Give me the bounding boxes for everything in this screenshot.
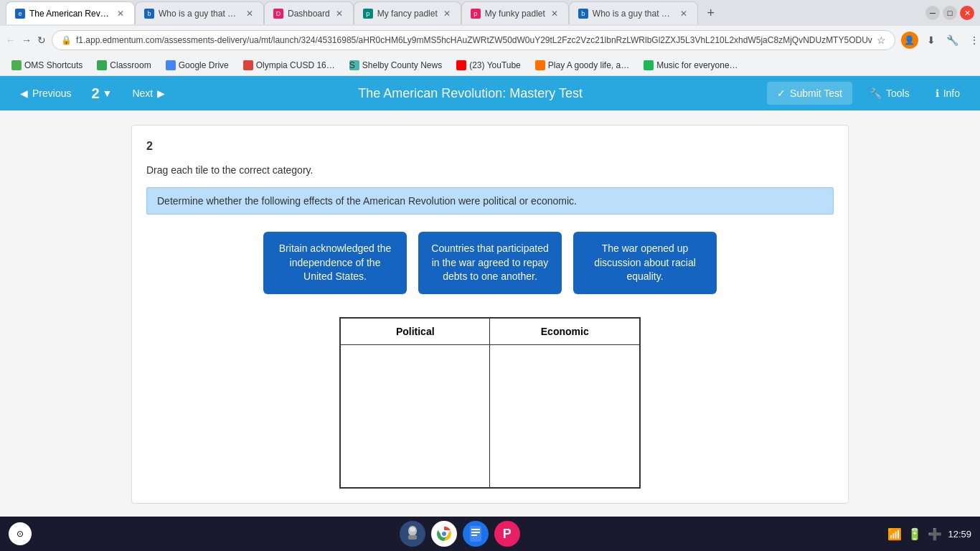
previous-button[interactable]: ◀ Previous: [11, 83, 80, 103]
tab-title-6: Who is a guy that has B…: [593, 9, 674, 19]
tab-fancy-padlet[interactable]: p My fancy padlet ✕: [354, 1, 461, 24]
check-circle-icon: ✓: [777, 88, 786, 99]
url-text: f1.app.edmentum.com/assessments-delivery…: [76, 35, 872, 45]
previous-label: Previous: [32, 88, 71, 99]
question-card: 2 Drag each tile to the correct category…: [131, 125, 849, 504]
bookmark-classroom[interactable]: Classroom: [91, 59, 156, 72]
chevron-right-icon: ▶: [157, 88, 165, 99]
bookmark-favicon-goody: [535, 60, 545, 70]
toolbar-right-section: ✓ Submit Test 🔧 Tools ℹ Info: [767, 82, 969, 105]
bookmarks-bar: OMS Shortcuts Classroom Google Drive Oly…: [0, 55, 980, 76]
back-button[interactable]: ←: [6, 30, 16, 50]
lock-icon: 🔒: [61, 35, 72, 45]
bookmark-music[interactable]: Music for everyone…: [638, 59, 743, 72]
taskbar-network-icon[interactable]: 📶: [887, 527, 902, 541]
tab-who-is-a-guy-2[interactable]: b Who is a guy that has B… ✕: [569, 1, 698, 24]
political-drop-zone[interactable]: [340, 344, 490, 488]
tab-funky-padlet[interactable]: p My funky padlet ✕: [461, 1, 569, 24]
extension-icon-1[interactable]: ⬇: [923, 32, 940, 49]
tab-close-1[interactable]: ✕: [116, 7, 126, 20]
svg-rect-7: [471, 529, 480, 530]
tile-britain[interactable]: Britain acknowledged the independence of…: [263, 232, 407, 294]
tab-who-is-a-guy-1[interactable]: b Who is a guy that has B… ✕: [135, 1, 264, 24]
next-button[interactable]: Next ▶: [123, 83, 174, 103]
bookmark-oms-shortcuts[interactable]: OMS Shortcuts: [6, 59, 88, 72]
taskbar-app-chrome[interactable]: [431, 521, 457, 547]
tab-close-4[interactable]: ✕: [442, 7, 452, 20]
tiles-container: Britain acknowledged the independence of…: [146, 232, 834, 294]
svg-point-2: [410, 527, 415, 532]
taskbar-battery-icon[interactable]: 🔋: [908, 527, 922, 541]
reload-button[interactable]: ↻: [37, 30, 46, 50]
star-icon[interactable]: ☆: [877, 34, 886, 46]
bookmark-olympia[interactable]: Olympia CUSD 16…: [237, 59, 341, 72]
tile-britain-text: Britain acknowledged the independence of…: [279, 242, 391, 282]
close-window-button[interactable]: ✕: [960, 6, 974, 20]
taskbar-app-padlet[interactable]: P: [494, 521, 520, 547]
question-indicator[interactable]: 2 ▼: [85, 85, 118, 102]
tab-favicon-1: e: [15, 9, 25, 19]
drop-zones: Political Economic: [146, 317, 834, 489]
tile-countries[interactable]: Countries that participated in the war a…: [418, 232, 562, 294]
page-title: The American Revolution: Mastery Test: [179, 86, 761, 101]
taskbar-apps: P: [37, 521, 882, 547]
submit-test-button[interactable]: ✓ Submit Test: [767, 82, 852, 105]
url-bar[interactable]: 🔒 f1.app.edmentum.com/assessments-delive…: [52, 30, 895, 50]
menu-button[interactable]: ⋮: [966, 32, 980, 49]
info-circle-icon: ℹ: [936, 88, 939, 99]
tile-countries-text: Countries that participated in the war a…: [431, 242, 548, 282]
minimize-button[interactable]: ─: [925, 6, 940, 20]
wrench-icon: 🔧: [870, 88, 882, 99]
bookmark-label-shelby: Shelby County News: [362, 60, 442, 70]
bookmark-youtube[interactable]: (23) YouTube: [451, 59, 527, 72]
svg-rect-9: [471, 534, 477, 536]
profile-icon[interactable]: 👤: [901, 32, 918, 49]
window-controls: ─ □ ✕: [925, 6, 980, 20]
question-number-display: 2: [91, 85, 99, 102]
tab-close-6[interactable]: ✕: [679, 7, 689, 20]
tools-label: Tools: [886, 88, 910, 99]
info-button[interactable]: ℹ Info: [927, 83, 969, 103]
bookmark-shelby-county[interactable]: S Shelby County News: [344, 59, 448, 72]
forward-button[interactable]: →: [22, 30, 32, 50]
tab-dashboard[interactable]: D Dashboard ✕: [264, 1, 354, 24]
tab-title-4: My fancy padlet: [377, 9, 438, 19]
tile-war[interactable]: The war opened up discussion about racia…: [573, 232, 717, 294]
dropdown-arrow-icon: ▼: [103, 88, 113, 99]
svg-rect-8: [471, 532, 480, 533]
tab-close-2[interactable]: ✕: [245, 7, 255, 20]
taskbar-app-docs[interactable]: [463, 521, 489, 547]
political-header: Political: [340, 318, 490, 345]
bookmark-goody-life[interactable]: Play A goody life, a…: [529, 59, 635, 72]
tools-button[interactable]: 🔧 Tools: [861, 83, 918, 103]
tab-bar: e The American Revolutio… ✕ b Who is a g…: [0, 0, 980, 26]
question-number: 2: [146, 140, 834, 153]
new-tab-button[interactable]: +: [701, 3, 721, 23]
chevron-left-icon: ◀: [20, 88, 28, 99]
tab-favicon-6: b: [578, 9, 588, 19]
tab-close-5[interactable]: ✕: [550, 7, 560, 20]
taskbar-start-button[interactable]: ⊙: [9, 522, 32, 545]
bookmark-favicon-shelby: S: [349, 60, 359, 70]
taskbar-time: 12:59: [948, 529, 971, 540]
question-area: 2 Drag each tile to the correct category…: [0, 110, 980, 519]
tab-american-revolution[interactable]: e The American Revolutio… ✕: [6, 1, 135, 24]
bookmark-favicon-drive: [166, 60, 176, 70]
svg-rect-1: [408, 535, 417, 540]
svg-point-5: [442, 532, 446, 536]
info-label: Info: [943, 88, 960, 99]
tab-favicon-4: p: [363, 9, 373, 19]
bookmark-label-classroom: Classroom: [110, 60, 151, 70]
browser-toolbar-icons: 👤 ⬇ 🔧 ⋮: [901, 32, 980, 49]
bookmark-google-drive[interactable]: Google Drive: [160, 59, 235, 72]
tab-title-3: Dashboard: [288, 9, 330, 19]
taskbar-app-spartan[interactable]: [400, 521, 425, 547]
extension-icon-2[interactable]: 🔧: [944, 32, 961, 49]
bookmark-favicon-youtube: [456, 60, 466, 70]
maximize-button[interactable]: □: [943, 6, 957, 20]
bookmark-label-olympia: Olympia CUSD 16…: [256, 60, 335, 70]
tab-title-2: Who is a guy that has B…: [159, 9, 240, 19]
taskbar-add-icon[interactable]: ➕: [928, 527, 942, 541]
economic-drop-zone[interactable]: [490, 344, 640, 488]
tab-close-3[interactable]: ✕: [334, 7, 344, 20]
